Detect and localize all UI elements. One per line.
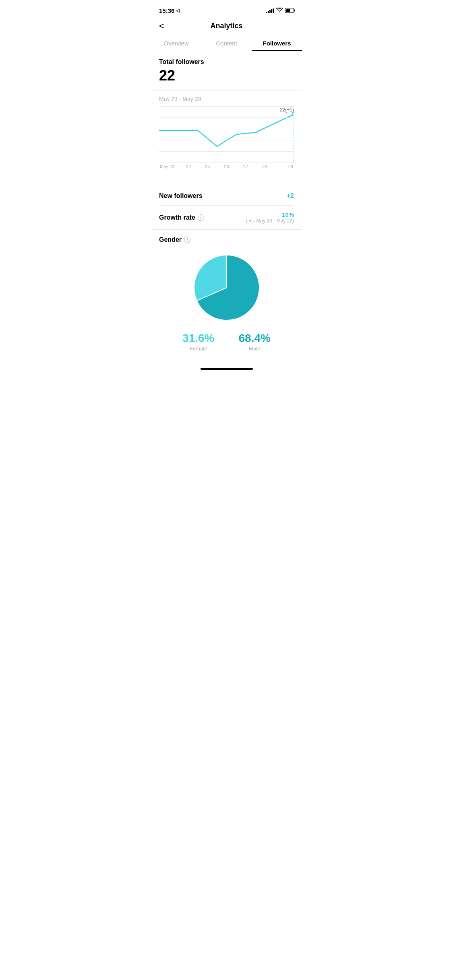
x-label-4: 27 bbox=[236, 164, 255, 169]
gender-title: Gender i bbox=[159, 236, 294, 243]
new-followers-label: New followers bbox=[159, 192, 203, 200]
growth-rate-row: Growth rate i 10% ( vs. May 16 - May 22) bbox=[159, 206, 294, 229]
date-range: May 23 - May 29 bbox=[159, 96, 294, 102]
status-icons bbox=[266, 7, 294, 14]
gender-pie-chart bbox=[190, 251, 263, 324]
new-followers-value: +2 bbox=[287, 192, 294, 200]
chart-x-labels: May 23 24 25 26 27 28 29 bbox=[159, 164, 294, 169]
growth-rate-comparison: ( vs. May 16 - May 22) bbox=[246, 218, 294, 224]
growth-rate-value: 10% bbox=[246, 211, 294, 218]
total-followers-count: 22 bbox=[159, 67, 294, 84]
male-percent: 68.4% bbox=[239, 332, 271, 345]
growth-rate-info-icon[interactable]: i bbox=[198, 214, 204, 221]
female-percent: 31.6% bbox=[182, 332, 214, 345]
gender-info-icon[interactable]: i bbox=[184, 237, 190, 243]
status-time: 15:36 ◁ bbox=[159, 7, 179, 14]
main-content: Total followers 22 May 23 - May 29 22(+1… bbox=[151, 51, 302, 360]
home-bar bbox=[201, 368, 253, 370]
stats-section: New followers +2 Growth rate i 10% ( vs.… bbox=[159, 187, 294, 229]
tab-followers[interactable]: Followers bbox=[252, 36, 302, 51]
tab-overview[interactable]: Overview bbox=[151, 36, 201, 51]
gender-pie-container bbox=[159, 251, 294, 324]
chart-area bbox=[159, 106, 294, 163]
x-label-6: 29 bbox=[274, 164, 293, 169]
time-display: 15:36 bbox=[159, 7, 174, 14]
wifi-icon bbox=[276, 7, 283, 14]
new-followers-row: New followers +2 bbox=[159, 187, 294, 206]
battery-icon bbox=[285, 8, 294, 13]
page-title: Analytics bbox=[210, 22, 242, 30]
tabs: Overview Content Followers bbox=[151, 36, 302, 51]
legend-male: 68.4% Male bbox=[239, 332, 271, 352]
back-button[interactable]: < bbox=[159, 22, 164, 31]
x-label-3: 26 bbox=[217, 164, 236, 169]
chart-svg bbox=[159, 106, 294, 163]
svg-point-1 bbox=[292, 113, 294, 116]
tab-content[interactable]: Content bbox=[201, 36, 252, 51]
x-label-1: 24 bbox=[179, 164, 198, 169]
male-label: Male bbox=[239, 346, 271, 352]
home-indicator bbox=[151, 364, 302, 373]
signal-icon bbox=[266, 8, 274, 13]
growth-rate-value-block: 10% ( vs. May 16 - May 22) bbox=[246, 211, 294, 224]
x-label-5: 28 bbox=[255, 164, 274, 169]
total-followers-label: Total followers bbox=[159, 58, 294, 66]
location-icon: ◁ bbox=[176, 8, 179, 13]
female-label: Female bbox=[182, 346, 214, 352]
followers-chart: 22(+1) May 23 bbox=[159, 106, 294, 179]
gender-section: Gender i bbox=[159, 230, 294, 360]
gender-legend: 31.6% Female 68.4% Male bbox=[159, 332, 294, 352]
header: < Analytics bbox=[151, 18, 302, 36]
legend-female: 31.6% Female bbox=[182, 332, 214, 352]
status-bar: 15:36 ◁ bbox=[151, 0, 302, 18]
x-label-2: 25 bbox=[198, 164, 217, 169]
growth-rate-label: Growth rate i bbox=[159, 214, 204, 221]
x-label-0: May 23 bbox=[160, 164, 179, 169]
divider-1 bbox=[151, 91, 302, 91]
